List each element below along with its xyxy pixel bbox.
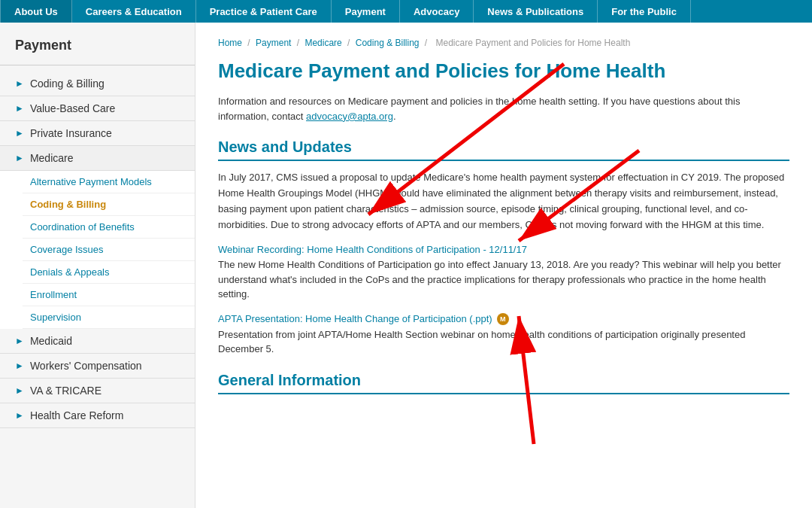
sidebar-item-value-based-care[interactable]: ► Value-Based Care [0, 96, 195, 121]
sidebar-item-health-care-reform[interactable]: ► Health Care Reform [0, 403, 195, 428]
sidebar-sub-denials-appeals[interactable]: Denials & Appeals [23, 261, 195, 284]
sidebar-item-coding-billing[interactable]: ► Coding & Billing [0, 71, 195, 96]
sidebar-medicare-submenu: Alternative Payment Models Coding & Bill… [0, 171, 195, 329]
sidebar-sub-enrollment[interactable]: Enrollment [23, 284, 195, 306]
sidebar-item-label: Private Insurance [30, 127, 112, 139]
main-wrapper: Home / Payment / Medicare / Coding & Bil… [195, 23, 812, 508]
main-content: Home / Payment / Medicare / Coding & Bil… [195, 23, 812, 418]
general-info-heading: General Information [218, 372, 789, 394]
top-nav: About Us Careers & Education Practice & … [0, 0, 812, 23]
nav-careers-education[interactable]: Careers & Education [72, 0, 196, 23]
nav-news-publications[interactable]: News & Publications [474, 0, 598, 23]
general-info-section: General Information [218, 372, 789, 394]
sidebar-item-label: Medicaid [30, 335, 72, 347]
nav-payment[interactable]: Payment [332, 0, 400, 23]
link-item-webinar: Webinar Recording: Home Health Condition… [218, 244, 789, 302]
breadcrumb: Home / Payment / Medicare / Coding & Bil… [218, 38, 789, 48]
arrow-icon: ► [15, 103, 24, 114]
sidebar-title: Payment [0, 38, 195, 65]
sidebar-sub-coverage-issues[interactable]: Coverage Issues [23, 239, 195, 261]
breadcrumb-payment[interactable]: Payment [256, 38, 291, 48]
arrow-icon: ► [15, 336, 24, 346]
sidebar-sub-supervision[interactable]: Supervision [23, 306, 195, 329]
breadcrumb-medicare[interactable]: Medicare [304, 38, 341, 48]
arrow-icon: ► [15, 128, 24, 138]
webinar-description: The new Home Health Conditions of Partic… [218, 257, 789, 302]
sidebar-item-label: Value-Based Care [30, 102, 115, 114]
apta-ppt-description: Presentation from joint APTA/Home Health… [218, 327, 789, 357]
nav-for-the-public[interactable]: For the Public [598, 0, 691, 23]
breadcrumb-home[interactable]: Home [218, 38, 242, 48]
breadcrumb-sep: / [425, 38, 430, 48]
arrow-icon: ► [15, 385, 24, 396]
sidebar-sub-coordination-benefits[interactable]: Coordination of Benefits [23, 216, 195, 239]
breadcrumb-sep: / [297, 38, 302, 48]
advocacy-email-link[interactable]: advocacy@apta.org [306, 111, 393, 122]
sidebar-item-medicaid[interactable]: ► Medicaid [0, 329, 195, 354]
arrow-icon: ► [15, 78, 24, 89]
sidebar-item-va-tricare[interactable]: ► VA & TRICARE [0, 379, 195, 403]
link-item-apta-ppt: APTA Presentation: Home Health Change of… [218, 313, 789, 357]
sidebar-item-medicare[interactable]: ► Medicare [0, 146, 195, 171]
page-title: Medicare Payment and Policies for Home H… [218, 59, 789, 83]
sidebar-item-label: Coding & Billing [30, 78, 105, 90]
ppt-badge: M [497, 313, 509, 325]
breadcrumb-sep: / [247, 38, 253, 48]
arrow-icon: ► [15, 153, 24, 163]
apta-ppt-link[interactable]: APTA Presentation: Home Health Change of… [218, 313, 492, 324]
breadcrumb-coding-billing[interactable]: Coding & Billing [356, 38, 420, 48]
news-updates-body: In July 2017, CMS issued a proposal to u… [218, 170, 789, 233]
sidebar-item-label: VA & TRICARE [30, 385, 102, 397]
sidebar-sub-alt-payment[interactable]: Alternative Payment Models [23, 171, 195, 193]
arrow-icon: ► [15, 410, 24, 421]
nav-advocacy[interactable]: Advocacy [400, 0, 474, 23]
sidebar-item-label: Health Care Reform [30, 409, 124, 421]
nav-about-us[interactable]: About Us [0, 0, 72, 23]
nav-practice-patient-care[interactable]: Practice & Patient Care [196, 0, 332, 23]
sidebar-item-label: Medicare [30, 152, 74, 164]
breadcrumb-sep: / [347, 38, 353, 48]
sidebar-sub-coding-billing[interactable]: Coding & Billing [23, 193, 195, 216]
sidebar-item-workers-comp[interactable]: ► Workers' Compensation [0, 354, 195, 379]
intro-text: Information and resources on Medicare pa… [218, 94, 789, 123]
sidebar: Payment ► Coding & Billing ► Value-Based… [0, 23, 195, 508]
news-updates-heading: News and Updates [218, 138, 789, 161]
sidebar-item-label: Workers' Compensation [30, 360, 142, 372]
sidebar-item-private-insurance[interactable]: ► Private Insurance [0, 121, 195, 146]
webinar-link[interactable]: Webinar Recording: Home Health Condition… [218, 244, 527, 255]
arrow-icon: ► [15, 360, 24, 371]
breadcrumb-current: Medicare Payment and Policies for Home H… [436, 38, 631, 48]
